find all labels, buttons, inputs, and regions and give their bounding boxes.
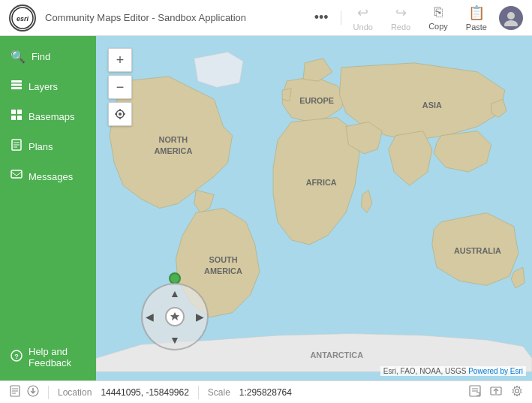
more-button[interactable]: ••• xyxy=(308,7,335,29)
svg-rect-15 xyxy=(11,170,22,178)
sidebar-help-label: Help and Feedback xyxy=(29,346,86,368)
svg-point-3 xyxy=(504,20,518,26)
help-icon: ? xyxy=(11,350,23,365)
svg-point-33 xyxy=(119,113,122,116)
sidebar-item-layers[interactable]: Layers xyxy=(0,71,96,101)
location-value: 14441095, -15849962 xyxy=(101,387,188,398)
sidebar-basemaps-label: Basemaps xyxy=(29,111,74,122)
settings-icon[interactable] xyxy=(511,385,523,400)
svg-text:ASIA: ASIA xyxy=(422,101,442,110)
find-icon: 🔍 xyxy=(11,50,26,64)
page-icon[interactable] xyxy=(9,385,21,400)
scale-value: 1:295828764 xyxy=(239,387,292,398)
undo-icon: ↩ xyxy=(357,5,368,21)
map-controls: + − xyxy=(108,48,132,126)
undo-button[interactable]: ↩ Undo xyxy=(347,2,379,35)
sidebar-find-label: Find xyxy=(32,51,50,62)
layers-icon xyxy=(11,79,23,94)
zoom-out-button[interactable]: − xyxy=(108,75,132,99)
sidebar-item-find[interactable]: 🔍 Find xyxy=(0,42,96,71)
svg-text:AMERICA: AMERICA xyxy=(155,146,193,155)
svg-text:AFRICA: AFRICA xyxy=(306,178,337,187)
svg-rect-8 xyxy=(17,110,22,114)
zoom-in-button[interactable]: + xyxy=(108,48,132,72)
sidebar-item-messages[interactable]: Messages xyxy=(0,161,96,191)
nav-up-button[interactable]: ▲ xyxy=(170,287,180,299)
share-icon[interactable] xyxy=(490,385,502,400)
svg-text:?: ? xyxy=(14,353,19,360)
svg-text:ANTARCTICA: ANTARCTICA xyxy=(311,350,364,359)
main-area: 🔍 Find Layers xyxy=(0,36,532,380)
nav-widget: ▲ ▼ ◀ ▶ xyxy=(141,283,209,350)
nav-down-button[interactable]: ▼ xyxy=(170,334,180,346)
svg-marker-34 xyxy=(170,312,179,320)
attribution-text: Esri, FAO, NOAA, USGS xyxy=(383,367,467,375)
svg-rect-9 xyxy=(11,116,16,120)
status-divider-2 xyxy=(198,386,199,399)
svg-rect-4 xyxy=(11,80,22,83)
powered-by-text: Powered by Esri xyxy=(468,367,523,375)
svg-text:esri: esri xyxy=(17,15,29,23)
status-divider-1 xyxy=(48,386,49,399)
sidebar-item-help[interactable]: ? Help and Feedback xyxy=(0,338,96,380)
plans-icon xyxy=(11,139,23,154)
sidebar-item-basemaps[interactable]: Basemaps xyxy=(0,101,96,131)
app-title: Community Maps Editor - Sandbox Applicat… xyxy=(45,12,246,23)
nav-right-button[interactable]: ▶ xyxy=(196,311,204,323)
edit-icon[interactable] xyxy=(469,385,481,400)
copy-icon: ⎘ xyxy=(434,5,443,20)
svg-rect-5 xyxy=(11,84,22,86)
nav-circle: ▲ ▼ ◀ ▶ xyxy=(141,283,209,350)
svg-text:AMERICA: AMERICA xyxy=(204,266,242,275)
sidebar: 🔍 Find Layers xyxy=(0,36,96,380)
status-bar-right xyxy=(469,385,523,400)
esri-logo-icon: esri xyxy=(9,5,36,32)
copy-button[interactable]: ⎘ Copy xyxy=(422,2,454,34)
svg-rect-10 xyxy=(17,116,22,120)
paste-label: Paste xyxy=(466,23,487,32)
redo-icon: ↪ xyxy=(395,5,407,21)
svg-text:SOUTH: SOUTH xyxy=(209,255,237,264)
map-attribution: Esri, FAO, NOAA, USGS Powered by Esri xyxy=(380,366,526,376)
messages-icon xyxy=(11,169,23,184)
copy-label: Copy xyxy=(428,22,448,31)
sidebar-item-plans[interactable]: Plans xyxy=(0,131,96,161)
toolbar: esri Community Maps Editor - Sandbox App… xyxy=(0,0,532,36)
redo-button[interactable]: ↪ Redo xyxy=(385,2,416,35)
location-label: Location xyxy=(58,387,92,398)
app-container: esri Community Maps Editor - Sandbox App… xyxy=(0,0,532,403)
undo-label: Undo xyxy=(353,23,373,32)
svg-text:EUROPE: EUROPE xyxy=(299,96,334,105)
svg-rect-6 xyxy=(11,87,22,89)
basemaps-icon xyxy=(11,109,23,124)
user-avatar[interactable] xyxy=(499,6,523,30)
paste-icon: 📋 xyxy=(468,5,485,21)
scale-label: Scale xyxy=(208,387,230,398)
paste-button[interactable]: 📋 Paste xyxy=(460,2,493,35)
sidebar-plans-label: Plans xyxy=(29,141,53,152)
svg-text:AUSTRALIA: AUSTRALIA xyxy=(454,246,501,255)
svg-rect-7 xyxy=(11,110,16,114)
map-container[interactable]: NORTH AMERICA EUROPE ASIA AFRICA SOUTH A… xyxy=(96,36,532,380)
nav-left-button[interactable]: ◀ xyxy=(146,311,154,323)
svg-point-2 xyxy=(507,12,515,20)
download-icon[interactable] xyxy=(27,385,39,400)
sidebar-messages-label: Messages xyxy=(29,171,73,182)
svg-text:NORTH: NORTH xyxy=(159,135,188,144)
nav-center-button[interactable] xyxy=(165,307,185,326)
status-bar: Location 14441095, -15849962 Scale 1:295… xyxy=(0,380,532,403)
svg-point-46 xyxy=(515,389,519,392)
toolbar-logo: esri xyxy=(9,5,36,32)
toolbar-divider-1 xyxy=(341,11,341,25)
redo-label: Redo xyxy=(391,23,410,32)
sidebar-layers-label: Layers xyxy=(29,81,58,92)
status-bar-left xyxy=(9,385,39,400)
locate-button[interactable] xyxy=(108,102,132,126)
